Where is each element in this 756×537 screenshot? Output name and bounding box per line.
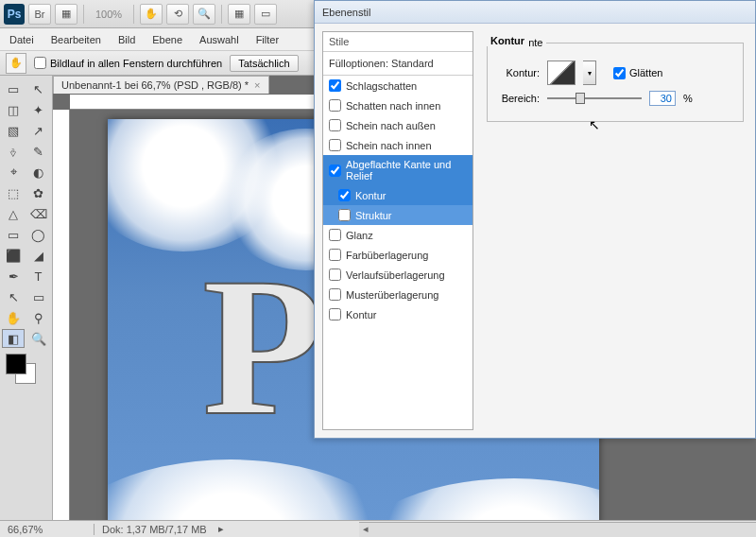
tool-button-0[interactable]: ▭ xyxy=(2,79,25,98)
tool-button-6[interactable]: ⎀ xyxy=(2,142,25,161)
style-row-glanz[interactable]: Glanz xyxy=(323,225,472,245)
antialias-checkbox[interactable]: Glätten xyxy=(613,67,662,79)
status-bar: 66,67% Dok: 1,37 MB/7,17 MB ▸ ◂ xyxy=(0,520,756,537)
style-checkbox[interactable] xyxy=(329,268,341,281)
tool-button-20[interactable]: ↖ xyxy=(2,287,25,306)
style-row-label: Verlaufsüberlagerung xyxy=(346,269,445,281)
style-checkbox[interactable] xyxy=(338,189,351,201)
style-row-kontur[interactable]: Kontur xyxy=(323,185,472,205)
menu-select[interactable]: Auswahl xyxy=(199,34,239,45)
scroll-all-checkbox[interactable]: Bildlauf in allen Fenstern durchführen xyxy=(34,57,222,69)
scroll-all-label: Bildlauf in allen Fenstern durchführen xyxy=(50,58,222,69)
styles-header: Stile xyxy=(323,32,472,52)
arrange-icon[interactable]: ▦ xyxy=(228,4,250,25)
contour-label: Kontur: xyxy=(497,67,540,78)
tool-button-19[interactable]: T xyxy=(27,267,50,286)
close-icon[interactable]: × xyxy=(254,79,260,91)
slider-thumb[interactable] xyxy=(576,93,585,104)
style-checkbox[interactable] xyxy=(329,165,341,177)
tool-button-3[interactable]: ✦ xyxy=(27,100,50,119)
menu-filter[interactable]: Filter xyxy=(256,34,279,45)
tool-button-23[interactable]: ⚲ xyxy=(27,308,50,327)
style-row-label: Farbüberlagerung xyxy=(346,250,428,261)
style-checkbox[interactable] xyxy=(329,288,341,301)
tool-button-11[interactable]: ✿ xyxy=(27,183,50,202)
horizontal-scrollbar[interactable]: ◂ xyxy=(359,522,756,537)
menu-image[interactable]: Bild xyxy=(118,34,135,45)
tool-button-4[interactable]: ▧ xyxy=(2,121,25,140)
style-row-label: Abgeflachte Kante und Relief xyxy=(346,159,467,182)
tool-button-16[interactable]: ⬛ xyxy=(2,246,25,265)
tool-button-15[interactable]: ◯ xyxy=(27,225,50,244)
tool-button-12[interactable]: △ xyxy=(2,204,25,223)
dialog-titlebar[interactable]: Ebenenstil xyxy=(315,1,755,24)
style-row-label: Kontur xyxy=(346,309,376,320)
vertical-ruler xyxy=(53,110,70,520)
tool-button-13[interactable]: ⌫ xyxy=(27,204,50,223)
tool-button-25[interactable]: 🔍 xyxy=(27,329,50,348)
menu-layer[interactable]: Ebene xyxy=(152,34,182,45)
style-row-schlagschatten[interactable]: Schlagschatten xyxy=(323,76,472,95)
bridge-button[interactable]: Br xyxy=(28,4,51,25)
actual-pixels-button[interactable]: Tatsächlich xyxy=(230,55,298,72)
range-slider[interactable] xyxy=(547,97,642,99)
tool-button-14[interactable]: ▭ xyxy=(2,225,25,244)
tool-button-7[interactable]: ✎ xyxy=(27,142,50,161)
style-checkbox[interactable] xyxy=(329,119,341,131)
style-checkbox[interactable] xyxy=(329,229,341,241)
zoom-tool-icon[interactable]: 🔍 xyxy=(193,4,215,25)
minibridge-button[interactable]: ▦ xyxy=(55,4,77,25)
hand-tool-icon[interactable]: ✋ xyxy=(140,4,163,25)
style-row-label: Schein nach innen xyxy=(346,140,432,151)
menu-edit[interactable]: Bearbeiten xyxy=(51,34,101,45)
screen-mode-icon[interactable]: ▭ xyxy=(254,4,277,25)
tool-button-17[interactable]: ◢ xyxy=(27,246,50,265)
style-checkbox[interactable] xyxy=(329,249,341,261)
contour-dropdown-icon[interactable]: ▾ xyxy=(583,61,596,85)
style-checkbox[interactable] xyxy=(329,79,341,92)
document-tab[interactable]: Unbenannt-1 bei 66,7% (PSD , RGB/8) * × xyxy=(53,76,269,94)
fill-options-row[interactable]: Fülloptionen: Standard xyxy=(323,52,472,76)
range-input[interactable] xyxy=(649,91,676,106)
zoom-level-display[interactable]: 100% xyxy=(90,9,128,20)
hand-tool-preset-icon[interactable]: ✋ xyxy=(6,53,26,74)
tool-button-21[interactable]: ▭ xyxy=(27,287,50,306)
foreground-color-swatch[interactable] xyxy=(6,354,26,374)
tool-button-22[interactable]: ✋ xyxy=(2,308,25,327)
tool-button-24[interactable]: ◧ xyxy=(2,329,25,348)
style-row-schein-nach-innen[interactable]: Schein nach innen xyxy=(323,135,472,155)
settings-group-title: Kontur xyxy=(487,35,528,46)
tool-button-1[interactable]: ↖ xyxy=(27,79,50,98)
range-label: Bereich: xyxy=(497,93,540,104)
tool-button-9[interactable]: ◐ xyxy=(27,163,50,182)
style-row-schein-nach-außen[interactable]: Schein nach außen xyxy=(323,115,472,135)
style-settings-panel: Kontur Elemente Kontur: ▾ Glätten Bereic… xyxy=(483,31,747,430)
color-swatches[interactable] xyxy=(2,354,50,388)
style-row-label: Kontur xyxy=(355,190,386,201)
status-doc-size[interactable]: Dok: 1,37 MB/7,17 MB xyxy=(94,524,215,535)
menu-file[interactable]: Datei xyxy=(9,34,34,45)
tool-button-10[interactable]: ⬚ xyxy=(2,183,25,202)
style-row-farbüberlagerung[interactable]: Farbüberlagerung xyxy=(323,245,472,265)
tool-button-2[interactable]: ◫ xyxy=(2,100,25,119)
tool-button-8[interactable]: ⌖ xyxy=(2,163,25,182)
style-row-struktur[interactable]: Struktur xyxy=(323,205,472,225)
contour-preset-thumb[interactable] xyxy=(547,61,576,85)
style-row-verlaufsüberlagerung[interactable]: Verlaufsüberlagerung xyxy=(323,265,472,285)
style-row-musterüberlagerung[interactable]: Musterüberlagerung xyxy=(323,285,472,304)
style-row-schatten-nach-innen[interactable]: Schatten nach innen xyxy=(323,95,472,115)
style-checkbox[interactable] xyxy=(338,209,351,221)
tool-button-5[interactable]: ↗ xyxy=(27,121,50,140)
tool-button-18[interactable]: ✒ xyxy=(2,267,25,286)
style-checkbox[interactable] xyxy=(329,308,341,320)
style-row-label: Schatten nach innen xyxy=(346,100,440,112)
style-row-label: Schein nach außen xyxy=(346,120,436,131)
status-zoom[interactable]: 66,67% xyxy=(0,524,94,535)
antialias-label: Glätten xyxy=(629,67,662,78)
style-row-kontur[interactable]: Kontur xyxy=(323,304,472,324)
rotate-view-icon[interactable]: ⟲ xyxy=(166,4,189,25)
document-tab-title: Unbenannt-1 bei 66,7% (PSD , RGB/8) * xyxy=(61,79,249,91)
style-checkbox[interactable] xyxy=(329,99,341,112)
style-checkbox[interactable] xyxy=(329,139,341,151)
style-row-abgeflachte-kante-und-relief[interactable]: Abgeflachte Kante und Relief xyxy=(323,155,472,185)
